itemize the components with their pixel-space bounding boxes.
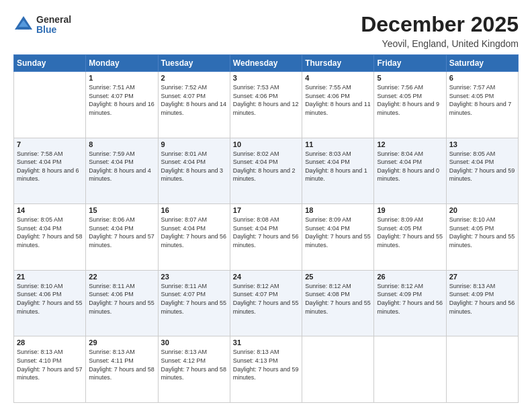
main-title: December 2025 xyxy=(361,12,519,37)
day-number: 21 xyxy=(17,273,83,281)
day-cell: 12Sunrise: 8:04 AMSunset: 4:04 PMDayligh… xyxy=(374,138,446,204)
week-row-5: 28Sunrise: 8:13 AMSunset: 4:10 PMDayligh… xyxy=(14,336,519,403)
day-cell: 23Sunrise: 8:11 AMSunset: 4:07 PMDayligh… xyxy=(158,270,230,336)
day-cell: 26Sunrise: 8:12 AMSunset: 4:09 PMDayligh… xyxy=(374,270,446,336)
day-cell: 25Sunrise: 8:12 AMSunset: 4:08 PMDayligh… xyxy=(302,270,374,336)
page: General Blue December 2025 Yeovil, Engla… xyxy=(0,0,532,411)
day-info: Sunrise: 7:58 AMSunset: 4:04 PMDaylight:… xyxy=(17,150,83,183)
header-row: SundayMondayTuesdayWednesdayThursdayFrid… xyxy=(14,55,519,72)
day-number: 10 xyxy=(233,140,299,148)
week-row-3: 14Sunrise: 8:05 AMSunset: 4:04 PMDayligh… xyxy=(14,204,519,271)
col-header-wednesday: Wednesday xyxy=(230,55,302,72)
subtitle: Yeovil, England, United Kingdom xyxy=(361,38,519,49)
day-info: Sunrise: 8:03 AMSunset: 4:04 PMDaylight:… xyxy=(305,150,371,183)
day-cell: 5Sunrise: 7:56 AMSunset: 4:05 PMDaylight… xyxy=(374,72,446,138)
day-number: 16 xyxy=(161,206,227,214)
logo-icon xyxy=(13,15,34,35)
day-number: 20 xyxy=(449,206,515,214)
day-number: 13 xyxy=(449,140,515,148)
day-info: Sunrise: 8:11 AMSunset: 4:07 PMDaylight:… xyxy=(161,282,227,316)
day-number: 30 xyxy=(161,338,227,347)
day-number: 3 xyxy=(233,74,299,82)
day-info: Sunrise: 7:51 AMSunset: 4:07 PMDaylight:… xyxy=(89,83,154,117)
day-number: 26 xyxy=(377,273,443,281)
col-header-tuesday: Tuesday xyxy=(158,55,230,72)
day-cell: 20Sunrise: 8:10 AMSunset: 4:05 PMDayligh… xyxy=(446,204,518,271)
day-info: Sunrise: 8:07 AMSunset: 4:04 PMDaylight:… xyxy=(161,216,227,249)
day-cell: 27Sunrise: 8:13 AMSunset: 4:09 PMDayligh… xyxy=(446,270,518,336)
week-row-4: 21Sunrise: 8:10 AMSunset: 4:06 PMDayligh… xyxy=(14,270,519,336)
day-cell: 10Sunrise: 8:02 AMSunset: 4:04 PMDayligh… xyxy=(230,138,302,204)
day-cell: 9Sunrise: 8:01 AMSunset: 4:04 PMDaylight… xyxy=(158,138,230,204)
day-info: Sunrise: 8:05 AMSunset: 4:04 PMDaylight:… xyxy=(17,216,83,249)
col-header-monday: Monday xyxy=(86,55,158,72)
day-number: 7 xyxy=(17,140,83,148)
day-number: 28 xyxy=(17,338,83,347)
day-info: Sunrise: 8:06 AMSunset: 4:04 PMDaylight:… xyxy=(89,216,154,249)
day-number: 25 xyxy=(305,273,371,281)
col-header-friday: Friday xyxy=(374,55,446,72)
day-info: Sunrise: 8:09 AMSunset: 4:05 PMDaylight:… xyxy=(377,216,443,249)
day-info: Sunrise: 8:12 AMSunset: 4:08 PMDaylight:… xyxy=(305,282,371,316)
day-info: Sunrise: 7:53 AMSunset: 4:06 PMDaylight:… xyxy=(233,83,299,117)
logo-blue-text: Blue xyxy=(36,25,71,35)
day-number: 15 xyxy=(89,206,154,214)
day-info: Sunrise: 7:55 AMSunset: 4:06 PMDaylight:… xyxy=(305,83,371,117)
day-cell: 1Sunrise: 7:51 AMSunset: 4:07 PMDaylight… xyxy=(86,72,158,138)
day-cell xyxy=(14,72,86,138)
day-number: 11 xyxy=(305,140,371,148)
day-info: Sunrise: 8:10 AMSunset: 4:06 PMDaylight:… xyxy=(17,282,83,316)
week-row-1: 1Sunrise: 7:51 AMSunset: 4:07 PMDaylight… xyxy=(14,72,519,138)
day-number: 5 xyxy=(377,74,443,82)
day-number: 31 xyxy=(233,338,299,347)
day-number: 29 xyxy=(89,338,154,347)
week-row-2: 7Sunrise: 7:58 AMSunset: 4:04 PMDaylight… xyxy=(14,138,519,204)
day-cell: 14Sunrise: 8:05 AMSunset: 4:04 PMDayligh… xyxy=(14,204,86,271)
day-info: Sunrise: 8:02 AMSunset: 4:04 PMDaylight:… xyxy=(233,150,299,183)
day-cell: 3Sunrise: 7:53 AMSunset: 4:06 PMDaylight… xyxy=(230,72,302,138)
day-info: Sunrise: 7:52 AMSunset: 4:07 PMDaylight:… xyxy=(161,83,227,117)
day-cell: 16Sunrise: 8:07 AMSunset: 4:04 PMDayligh… xyxy=(158,204,230,271)
day-info: Sunrise: 8:13 AMSunset: 4:12 PMDaylight:… xyxy=(161,348,227,381)
col-header-sunday: Sunday xyxy=(14,55,86,72)
day-info: Sunrise: 8:04 AMSunset: 4:04 PMDaylight:… xyxy=(377,150,443,183)
logo-general-text: General xyxy=(36,15,71,25)
day-cell: 8Sunrise: 7:59 AMSunset: 4:04 PMDaylight… xyxy=(86,138,158,204)
svg-rect-2 xyxy=(17,27,30,30)
day-info: Sunrise: 8:13 AMSunset: 4:13 PMDaylight:… xyxy=(233,348,299,381)
title-block: December 2025 Yeovil, England, United Ki… xyxy=(361,12,519,49)
day-cell: 18Sunrise: 8:09 AMSunset: 4:04 PMDayligh… xyxy=(302,204,374,271)
day-info: Sunrise: 8:12 AMSunset: 4:09 PMDaylight:… xyxy=(377,282,443,316)
day-number: 8 xyxy=(89,140,154,148)
day-cell: 7Sunrise: 7:58 AMSunset: 4:04 PMDaylight… xyxy=(14,138,86,204)
day-number: 27 xyxy=(449,273,515,281)
day-info: Sunrise: 8:08 AMSunset: 4:04 PMDaylight:… xyxy=(233,216,299,249)
day-cell: 2Sunrise: 7:52 AMSunset: 4:07 PMDaylight… xyxy=(158,72,230,138)
day-cell xyxy=(446,336,518,403)
day-info: Sunrise: 7:56 AMSunset: 4:05 PMDaylight:… xyxy=(377,83,443,117)
day-info: Sunrise: 8:13 AMSunset: 4:11 PMDaylight:… xyxy=(89,348,154,381)
day-info: Sunrise: 8:13 AMSunset: 4:09 PMDaylight:… xyxy=(449,282,515,316)
day-info: Sunrise: 7:59 AMSunset: 4:04 PMDaylight:… xyxy=(89,150,154,183)
day-number: 1 xyxy=(89,74,154,82)
day-number: 17 xyxy=(233,206,299,214)
day-number: 24 xyxy=(233,273,299,281)
day-info: Sunrise: 7:57 AMSunset: 4:05 PMDaylight:… xyxy=(449,83,515,117)
day-number: 2 xyxy=(161,74,227,82)
day-info: Sunrise: 8:05 AMSunset: 4:04 PMDaylight:… xyxy=(449,150,515,183)
day-cell: 22Sunrise: 8:11 AMSunset: 4:06 PMDayligh… xyxy=(86,270,158,336)
day-cell: 11Sunrise: 8:03 AMSunset: 4:04 PMDayligh… xyxy=(302,138,374,204)
day-cell: 17Sunrise: 8:08 AMSunset: 4:04 PMDayligh… xyxy=(230,204,302,271)
col-header-saturday: Saturday xyxy=(446,55,518,72)
day-cell: 21Sunrise: 8:10 AMSunset: 4:06 PMDayligh… xyxy=(14,270,86,336)
day-number: 18 xyxy=(305,206,371,214)
logo: General Blue xyxy=(13,15,71,36)
day-cell: 13Sunrise: 8:05 AMSunset: 4:04 PMDayligh… xyxy=(446,138,518,204)
day-number: 23 xyxy=(161,273,227,281)
day-cell: 31Sunrise: 8:13 AMSunset: 4:13 PMDayligh… xyxy=(230,336,302,403)
day-info: Sunrise: 8:13 AMSunset: 4:10 PMDaylight:… xyxy=(17,348,83,381)
day-cell: 19Sunrise: 8:09 AMSunset: 4:05 PMDayligh… xyxy=(374,204,446,271)
day-cell xyxy=(374,336,446,403)
day-info: Sunrise: 8:10 AMSunset: 4:05 PMDaylight:… xyxy=(449,216,515,249)
day-number: 6 xyxy=(449,74,515,82)
